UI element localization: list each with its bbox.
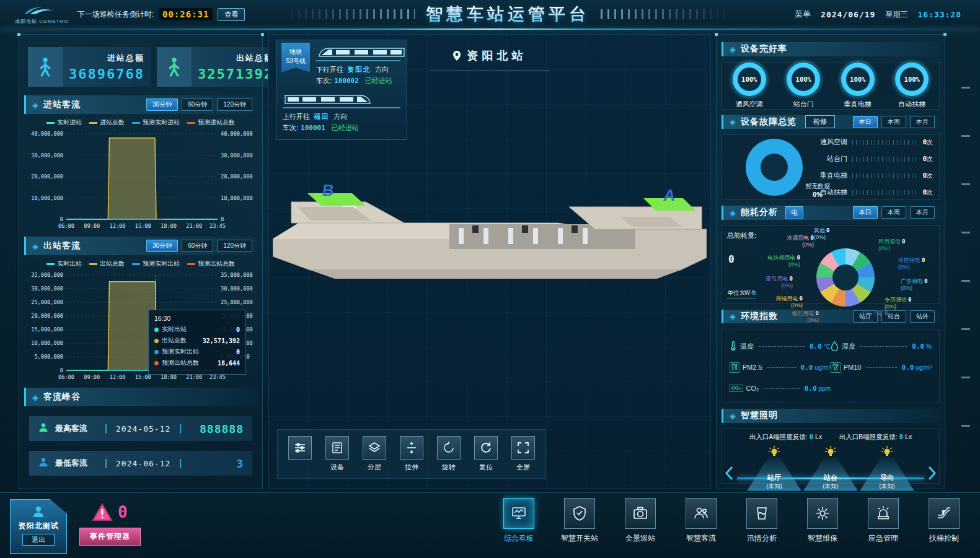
inbound-tab[interactable]: 60分钟 [182, 98, 213, 111]
energy-item-label: 牵引用电0(0%) [739, 276, 793, 290]
svg-text:35,000,000: 35,000,000 [31, 272, 63, 278]
people-icon [686, 498, 717, 529]
light-name: 导向 [860, 473, 914, 482]
energy-tab[interactable]: 本日 [853, 206, 878, 219]
page-title: 智慧车站运管平台 [426, 3, 589, 25]
nav-item-汛情分析[interactable]: 汛情分析 [735, 498, 789, 544]
inbound-tab[interactable]: 30分钟 [146, 98, 178, 111]
nav-item-综合看板[interactable]: 综合看板 [492, 498, 546, 544]
person-badge-icon [38, 422, 49, 435]
inbound-flow-title: 进站客流 [43, 99, 81, 110]
fault-row: 垂直电梯0次 [811, 171, 933, 180]
inbound-flow-header: ◈ 进站客流 30分钟60分钟120分钟 [24, 95, 257, 114]
lighting-body: 出入口A端照度反馈:0Lx出入口B端照度反馈:0Lx 站厅 (未知) 站台 (未… [722, 429, 940, 484]
energy-body: 总能耗量: 0 单位:kW·h 其他0(0%) 民用通信0(0%) 环控用电0(… [722, 225, 940, 304]
stat-label: 进站总额 [107, 53, 144, 64]
bulb-icon [880, 445, 894, 461]
svg-text:21:00: 21:00 [186, 374, 202, 380]
svg-text:25,000,000: 25,000,000 [31, 299, 63, 305]
stat-card-inbound: 进站总额 36896768 [28, 47, 151, 87]
svg-text:15,000,000: 15,000,000 [31, 326, 63, 333]
environment-tab[interactable]: 站厅 [853, 310, 878, 323]
svg-text:12:00: 12:00 [110, 374, 126, 380]
menu-button[interactable]: 菜单 [795, 9, 811, 20]
energy-item-label: 商铺用电0(0%) [749, 295, 803, 310]
toolbar-rotate-button[interactable]: 旋转 [435, 436, 462, 472]
repair-button[interactable]: 检修 [805, 115, 835, 128]
light-站台[interactable]: 站台 (未知) [803, 445, 858, 491]
svg-text:12:00: 12:00 [110, 223, 126, 229]
nav-item-智慧客流[interactable]: 智慧客流 [674, 498, 728, 544]
outbound-flow-chart: 实时出站出站总数预测实时出站预测出站总数 005,000,0005,000,00… [24, 258, 257, 385]
environment-tab[interactable]: 站台 [881, 310, 906, 323]
environment-tab[interactable]: 站外 [910, 310, 935, 323]
faults-tab[interactable]: 本月 [910, 116, 935, 128]
energy-tab[interactable]: 本周 [881, 206, 906, 219]
energy-item-label: 广告用电0(0%) [901, 278, 927, 292]
station-3d-model[interactable]: B A [273, 163, 707, 284]
faults-body: 暂无数据 0% 通风空调0次 站台门0次 垂直电梯0次 自动扶梯0次 [722, 134, 940, 200]
fault-row: 通风空调0次 [811, 137, 933, 147]
legend-item: 进站总数 [89, 118, 125, 127]
svg-text:15:00: 15:00 [135, 374, 151, 380]
shield-icon [564, 498, 595, 529]
logout-button[interactable]: 退出 [22, 534, 55, 546]
energy-item-label: 其他0(0%) [814, 227, 829, 242]
bulb-icon [824, 445, 837, 461]
energy-type-button[interactable]: 电 [785, 206, 803, 219]
up-train-icon [283, 92, 400, 108]
view-button[interactable]: 查看 [218, 8, 245, 21]
camera-icon [625, 498, 656, 529]
nav-item-应急管理[interactable]: 应急管理 [856, 498, 911, 544]
person-badge-icon [38, 456, 49, 470]
nav-item-智慧开关站[interactable]: 智慧开关站 [552, 498, 607, 544]
section-marker-icon: ◈ [32, 393, 38, 402]
svg-text:30,000,000: 30,000,000 [221, 152, 253, 159]
down-train-info: 下行开往资阳北方向 车次:100002已经进站 [316, 64, 400, 86]
svg-text:40,000,000: 40,000,000 [221, 131, 253, 137]
toolbar-reset-button[interactable]: 复位 [472, 436, 500, 472]
section-marker-icon: ◈ [32, 242, 38, 251]
integrity-gauge: 100% 通风空调 [733, 63, 766, 109]
svg-text:10,000,000: 10,000,000 [31, 195, 63, 201]
nav-item-全景巡站[interactable]: 全景巡站 [613, 498, 668, 544]
lighting-title: 智慧照明 [741, 410, 778, 421]
toolbar-sliders-button[interactable] [286, 436, 314, 460]
toolbar-device-button[interactable]: 设备 [324, 436, 351, 472]
lighting-next-button[interactable] [927, 465, 938, 481]
legend-item: 预测实时出站 [132, 259, 180, 268]
outbound-flow-title: 出站客流 [43, 240, 81, 251]
energy-title: 能耗分析 [741, 207, 778, 218]
toolbar-stretch-button[interactable]: 拉伸 [398, 436, 425, 472]
alarm-warning-icon [92, 503, 113, 521]
svg-text:20,000,000: 20,000,000 [221, 173, 253, 180]
rotate-icon [437, 436, 461, 460]
legend-item: 预测实时进站 [132, 118, 180, 127]
alarm-indicator: 0 [92, 503, 128, 521]
outbound-tab[interactable]: 120分钟 [217, 240, 252, 252]
nav-item-智慧维保[interactable]: 智慧维保 [795, 498, 850, 544]
event-manager-button[interactable]: 事件管理器 [79, 528, 141, 546]
light-站厅[interactable]: 站厅 (未知) [747, 445, 801, 491]
nav-item-扶梯控制[interactable]: 扶梯控制 [917, 498, 971, 544]
light-name: 站厅 [747, 473, 801, 482]
lighting-prev-button[interactable] [723, 465, 735, 481]
env-metric-湿度: 湿度 0.0% [831, 336, 932, 357]
faults-tab[interactable]: 本周 [881, 116, 906, 128]
peak-row: 最高客流 | 2024-05-12 | 888888 [29, 416, 252, 441]
gauge-label: 通风空调 [736, 100, 763, 109]
section-marker-icon: ◈ [730, 117, 736, 126]
decor-ticks-left [285, 9, 415, 19]
faults-tab[interactable]: 本日 [853, 116, 878, 128]
tooltip-row: 实时出站0 [154, 325, 240, 334]
light-导向[interactable]: 导向 (未知) [860, 445, 914, 491]
toolbar-layers-button[interactable]: 分层 [361, 436, 388, 472]
inbound-tab[interactable]: 120分钟 [217, 98, 252, 111]
tooltip-time: 16:30 [154, 315, 240, 322]
energy-tab[interactable]: 本月 [910, 206, 935, 219]
header-date: 2024/06/19 [821, 10, 875, 19]
outbound-tab[interactable]: 60分钟 [182, 240, 213, 252]
faults-title: 设备故障总览 [741, 116, 797, 128]
toolbar-fullscreen-button[interactable]: 全屏 [510, 436, 537, 472]
outbound-tab[interactable]: 30分钟 [146, 240, 178, 252]
